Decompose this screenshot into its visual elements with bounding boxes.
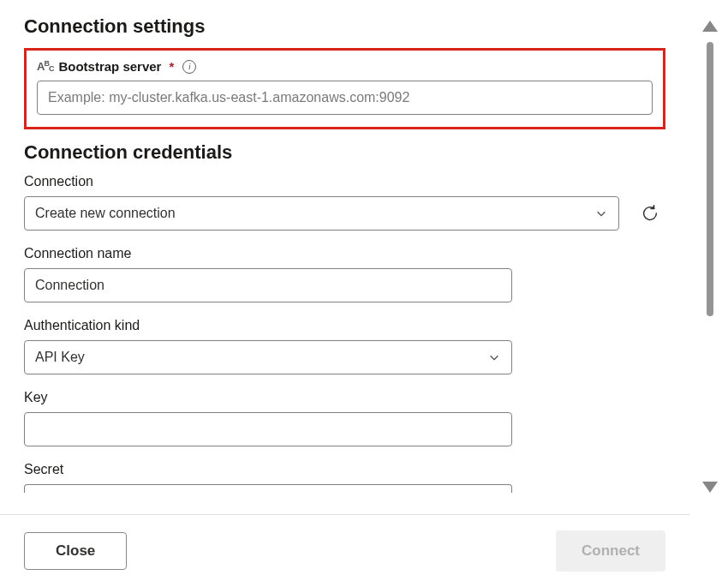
- scrollbar-thumb[interactable]: [707, 42, 713, 316]
- text-type-icon: ABC: [37, 60, 53, 74]
- info-icon[interactable]: i: [182, 60, 196, 74]
- connection-select[interactable]: [24, 196, 619, 231]
- scroll-up-icon[interactable]: [702, 21, 718, 32]
- scrollbar[interactable]: [701, 21, 719, 493]
- connection-select-wrap: [24, 196, 665, 231]
- secret-field: Secret: [24, 462, 665, 493]
- scroll-inner: Connection settings ABC Bootstrap server…: [0, 0, 689, 493]
- dialog-root: Connection settings ABC Bootstrap server…: [0, 0, 728, 587]
- secret-input-partial[interactable]: [24, 484, 512, 493]
- bootstrap-server-label-row: ABC Bootstrap server * i: [37, 59, 653, 74]
- authentication-kind-select[interactable]: [24, 340, 512, 374]
- bootstrap-server-highlight: ABC Bootstrap server * i: [24, 48, 665, 129]
- key-input[interactable]: [24, 412, 512, 446]
- secret-label: Secret: [24, 462, 665, 477]
- section-title-connection-settings: Connection settings: [24, 15, 665, 38]
- connection-name-field: Connection name: [24, 246, 665, 302]
- key-label: Key: [24, 390, 665, 405]
- scroll-down-icon[interactable]: [702, 482, 718, 493]
- authentication-kind-field: Authentication kind: [24, 318, 665, 374]
- content-area: Connection settings ABC Bootstrap server…: [0, 0, 689, 587]
- authentication-kind-label: Authentication kind: [24, 318, 665, 333]
- key-field: Key: [24, 390, 665, 446]
- connect-button[interactable]: Connect: [556, 530, 665, 572]
- dialog-footer: Close Connect: [0, 515, 689, 587]
- connection-label: Connection: [24, 174, 665, 189]
- close-button[interactable]: Close: [24, 532, 127, 570]
- connection-name-label: Connection name: [24, 246, 665, 261]
- refresh-button[interactable]: [635, 198, 665, 229]
- required-asterisk: *: [169, 59, 174, 74]
- section-title-connection-credentials: Connection credentials: [24, 141, 665, 164]
- bootstrap-server-input[interactable]: [37, 81, 653, 115]
- bootstrap-server-label: Bootstrap server: [58, 59, 161, 74]
- connection-field: Connection: [24, 174, 665, 231]
- connection-name-input[interactable]: [24, 268, 512, 302]
